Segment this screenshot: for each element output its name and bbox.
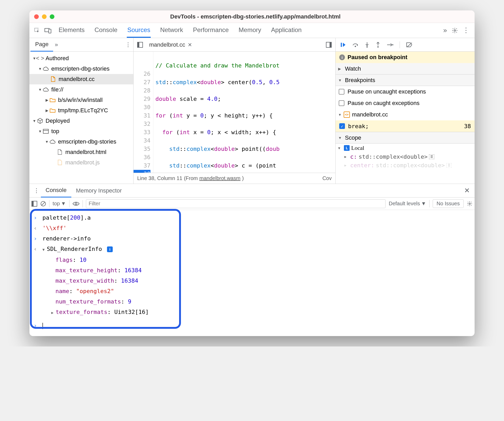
tab-performance[interactable]: Performance (192, 23, 229, 38)
step-over-icon[interactable] (352, 42, 358, 47)
bp-file[interactable]: ▼ <> mandelbrot.cc (336, 109, 475, 120)
tree-top[interactable]: ▼ top (29, 126, 133, 137)
panel-tabs: Elements Console Sources Network Perform… (58, 23, 443, 38)
folder-icon (49, 98, 56, 102)
close-tab-icon[interactable]: ✕ (188, 42, 192, 48)
cloud-icon (49, 140, 56, 144)
section-breakpoints[interactable]: ▼Breakpoints (336, 75, 475, 86)
editor-tab[interactable]: mandelbrot.cc ✕ (145, 41, 196, 48)
section-watch[interactable]: ▶Watch (336, 63, 475, 75)
console-output-object[interactable]: ▼ SDL_RendererInfo i (42, 244, 470, 254)
issues-button[interactable]: No Issues (433, 199, 464, 208)
section-scope[interactable]: ▼Scope (336, 132, 475, 144)
navigator-more-icon[interactable]: » (55, 41, 58, 48)
close-window-icon[interactable] (34, 14, 39, 19)
checkbox-checked-icon[interactable]: ✓ (339, 123, 345, 129)
navigator-tab-page[interactable]: Page (30, 38, 53, 52)
cursor-position: Line 38, Column 11 (137, 175, 182, 181)
svg-point-17 (392, 44, 393, 45)
memory-icon[interactable]: ⠿ (446, 163, 452, 168)
tree-host-1[interactable]: ▼ emscripten-dbg-stories (29, 64, 133, 74)
tab-network[interactable]: Network (160, 23, 184, 38)
info-badge-icon[interactable]: i (107, 246, 113, 252)
memory-icon[interactable]: ⠿ (429, 154, 434, 159)
navigator: Page » ⋮ ▼ < > Authored ▼ emscripten-dbg… (29, 38, 134, 184)
settings-gear-icon[interactable] (452, 27, 458, 34)
tab-console[interactable]: Console (94, 23, 118, 38)
paused-message: Paused on breakpoint (348, 54, 407, 61)
tree-file-html[interactable]: mandelbrot.html (29, 147, 133, 157)
local-badge-icon: L (344, 145, 350, 151)
maximize-window-icon[interactable] (50, 14, 54, 19)
editor-status-bar: Line 38, Column 11 (From mandelbrot.wasm… (134, 173, 335, 184)
console-toolbar: top ▼ Default levels ▼ No Issues (29, 197, 475, 210)
folder-icon (49, 108, 56, 113)
tree-file-js[interactable]: mandelbrot.js (29, 157, 133, 168)
svg-line-22 (42, 202, 45, 205)
window-title: DevTools - emscripten-dbg-stories.netlif… (59, 13, 452, 20)
scope-var-center[interactable]: ▶ center: std::complex<double> ⠿ (336, 161, 475, 170)
toggle-navigator-icon[interactable] (135, 42, 145, 48)
close-drawer-icon[interactable]: ✕ (462, 187, 472, 195)
tab-memory[interactable]: Memory (238, 23, 262, 38)
tab-sources[interactable]: Sources (127, 23, 151, 38)
svg-point-11 (355, 46, 356, 47)
tree-authored[interactable]: ▼ < > Authored (29, 53, 133, 64)
live-expression-icon[interactable] (73, 201, 79, 206)
tab-elements[interactable]: Elements (58, 23, 85, 38)
tree-deployed[interactable]: ▼ Deployed (29, 116, 133, 126)
deactivate-breakpoints-icon[interactable] (406, 42, 413, 47)
log-levels-selector[interactable]: Default levels ▼ (389, 201, 426, 207)
toggle-debugger-icon[interactable] (324, 42, 334, 48)
console-filter-input[interactable] (86, 199, 386, 208)
checkbox-icon[interactable] (339, 89, 344, 95)
console-settings-icon[interactable] (467, 201, 473, 207)
step-into-icon[interactable] (365, 42, 369, 48)
tree-host-2[interactable]: ▼ emscripten-dbg-stories (29, 137, 133, 147)
tree-file-proto[interactable]: ▼ file:// (29, 84, 133, 95)
clear-console-icon[interactable] (40, 201, 46, 207)
svg-rect-20 (32, 201, 34, 206)
tab-application[interactable]: Application (270, 23, 302, 38)
console-output[interactable]: ›palette[200].a ‹'\\xff' ›renderer->info… (29, 210, 475, 336)
console-input-line: palette[200].a (42, 213, 470, 222)
debug-toolbar (336, 38, 475, 52)
tree-folder-1[interactable]: ▶ b/s/w/ir/x/w/install (29, 95, 133, 105)
editor-tab-label: mandelbrot.cc (149, 41, 185, 48)
navigator-menu-icon[interactable]: ⋮ (124, 41, 132, 48)
svg-point-23 (75, 203, 77, 205)
device-toolbar-icon[interactable] (42, 25, 53, 36)
step-out-icon[interactable] (376, 42, 380, 48)
code-brackets-icon: < > (37, 55, 43, 62)
drawer-tab-console[interactable]: Console (41, 184, 71, 197)
source-map-link[interactable]: mandelbrot.wasm (199, 175, 241, 181)
bp-caught[interactable]: Pause on caught exceptions (336, 97, 475, 109)
bp-entry[interactable]: ✓ break; 38 (336, 120, 475, 132)
svg-point-15 (377, 46, 379, 47)
console-input-line: renderer->info (42, 234, 470, 243)
resume-icon[interactable] (340, 42, 346, 48)
source-badge-icon: <> (344, 112, 350, 118)
drawer-menu-icon[interactable]: ⋮ (32, 187, 41, 194)
drawer-tab-memory[interactable]: Memory Inspector (71, 184, 127, 197)
scope-local[interactable]: ▼L Local (336, 144, 475, 152)
main-toolbar: Elements Console Sources Network Perform… (29, 23, 475, 38)
context-selector[interactable]: top ▼ (53, 201, 66, 207)
console-sidebar-icon[interactable] (32, 201, 37, 207)
code-area[interactable]: 2627282930313233343536373839 // Calculat… (134, 52, 335, 173)
tree-file-cc[interactable]: mandelbrot.cc (29, 74, 133, 84)
console-input[interactable] (42, 321, 470, 330)
scope-var-c[interactable]: ▶ c: std::complex<double> ⠿ (336, 152, 475, 161)
minimize-window-icon[interactable] (42, 14, 47, 19)
tree-folder-2[interactable]: ▶ tmp/tmp.ELcTq2YC (29, 105, 133, 116)
bp-uncaught[interactable]: Pause on uncaught exceptions (336, 86, 475, 97)
code-editor: mandelbrot.cc ✕ 262728293031323334353637… (134, 38, 336, 184)
more-tabs-icon[interactable]: » (443, 26, 447, 34)
checkbox-icon[interactable] (339, 100, 344, 106)
svg-rect-4 (43, 129, 48, 133)
scope-body: ▼L Local ▶ c: std::complex<double> ⠿ ▶ c… (336, 144, 475, 170)
inspect-icon[interactable] (32, 25, 42, 36)
output-indicator-icon: ‹ (34, 224, 39, 233)
kebab-menu-icon[interactable]: ⋮ (463, 29, 469, 32)
step-icon[interactable] (387, 42, 393, 47)
